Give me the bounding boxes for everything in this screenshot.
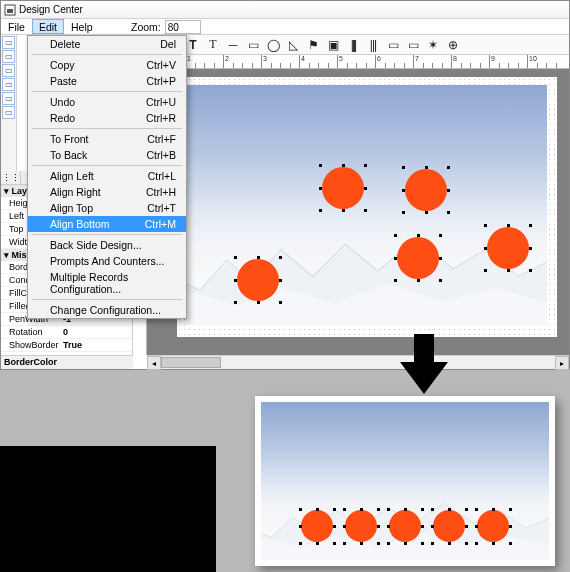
selection-handle[interactable] — [425, 211, 428, 214]
left-tool[interactable]: ▭ — [2, 50, 15, 63]
canvas-area[interactable] — [147, 69, 569, 355]
prop-row[interactable]: Rotation0 — [1, 326, 132, 339]
selection-handle[interactable] — [394, 234, 397, 237]
selection-handle — [465, 508, 468, 511]
selection-handle[interactable] — [507, 224, 510, 227]
shape-ellipse — [301, 510, 333, 542]
selection-handle[interactable] — [364, 209, 367, 212]
selection-handle[interactable] — [364, 187, 367, 190]
panel-icon[interactable]: ▭ — [406, 38, 420, 52]
image-icon[interactable]: ▣ — [326, 38, 340, 52]
barcode-icon[interactable]: |||| — [346, 38, 360, 52]
prop-tab[interactable]: ⋮⋮ — [1, 171, 21, 184]
selection-handle — [492, 542, 495, 545]
shape-ellipse[interactable] — [322, 167, 364, 209]
selection-handle[interactable] — [342, 164, 345, 167]
example-output — [0, 370, 570, 572]
menu-paste[interactable]: PasteCtrl+P — [28, 73, 186, 89]
shape-ellipse[interactable] — [405, 169, 447, 211]
shape-ellipse[interactable] — [237, 259, 279, 301]
menu-delete[interactable]: DeleteDel — [28, 36, 186, 52]
menu-backside[interactable]: Back Side Design... — [28, 237, 186, 253]
rect-icon[interactable]: ▭ — [246, 38, 260, 52]
selection-handle[interactable] — [234, 256, 237, 259]
selection-handle[interactable] — [417, 234, 420, 237]
left-tool[interactable]: ▭ — [2, 36, 15, 49]
selection-handle[interactable] — [279, 256, 282, 259]
selection-handle[interactable] — [439, 257, 442, 260]
selection-handle[interactable] — [394, 257, 397, 260]
scroll-right-icon[interactable]: ▸ — [555, 356, 569, 370]
left-tool[interactable]: ▭ — [2, 106, 15, 119]
arrow-down-icon — [396, 334, 452, 394]
selection-handle[interactable] — [234, 301, 237, 304]
selection-handle[interactable] — [402, 211, 405, 214]
text-icon[interactable]: T — [186, 38, 200, 52]
selection-handle[interactable] — [529, 247, 532, 250]
zoom-input[interactable] — [165, 20, 201, 34]
menu-align-left[interactable]: Align LeftCtrl+L — [28, 168, 186, 184]
selection-handle[interactable] — [484, 269, 487, 272]
menu-tofront[interactable]: To FrontCtrl+F — [28, 131, 186, 147]
triangle-icon[interactable]: ◺ — [286, 38, 300, 52]
selection-handle[interactable] — [447, 166, 450, 169]
flag-icon[interactable]: ⚑ — [306, 38, 320, 52]
menu-align-top[interactable]: Align TopCtrl+T — [28, 200, 186, 216]
menu-file[interactable]: File — [1, 19, 32, 34]
selection-handle[interactable] — [319, 187, 322, 190]
text-icon[interactable]: T — [206, 38, 220, 52]
line-icon[interactable]: ─ — [226, 38, 240, 52]
left-tool[interactable]: ▭ — [2, 92, 15, 105]
selection-handle[interactable] — [529, 224, 532, 227]
menu-help[interactable]: Help — [64, 19, 100, 34]
menu-edit[interactable]: Edit — [32, 19, 64, 34]
selection-handle — [475, 525, 478, 528]
left-tool[interactable]: ▭ — [2, 78, 15, 91]
selection-handle[interactable] — [279, 301, 282, 304]
selection-handle[interactable] — [257, 256, 260, 259]
selection-handle[interactable] — [529, 269, 532, 272]
menu-multirec[interactable]: Multiple Records Configuration... — [28, 269, 186, 297]
selection-handle[interactable] — [234, 279, 237, 282]
selection-handle[interactable] — [402, 166, 405, 169]
selection-handle[interactable] — [425, 166, 428, 169]
menu-changeconfig[interactable]: Change Configuration... — [28, 302, 186, 318]
selection-handle[interactable] — [447, 189, 450, 192]
prop-row[interactable]: ShowBorderTrue — [1, 339, 132, 352]
panel-icon[interactable]: ▭ — [386, 38, 400, 52]
selection-handle[interactable] — [507, 269, 510, 272]
menu-copy[interactable]: CopyCtrl+V — [28, 57, 186, 73]
target-icon[interactable]: ⊕ — [446, 38, 460, 52]
selection-handle[interactable] — [402, 189, 405, 192]
selection-handle[interactable] — [257, 301, 260, 304]
selection-handle[interactable] — [342, 209, 345, 212]
scroll-left-icon[interactable]: ◂ — [147, 356, 161, 370]
selection-handle — [299, 542, 302, 545]
ellipse-icon[interactable]: ◯ — [266, 38, 280, 52]
menu-undo[interactable]: UndoCtrl+U — [28, 94, 186, 110]
menu-align-bottom[interactable]: Align BottomCtrl+M — [28, 216, 186, 232]
selection-handle[interactable] — [484, 224, 487, 227]
selection-handle[interactable] — [319, 209, 322, 212]
selection-handle[interactable] — [279, 279, 282, 282]
horizontal-scrollbar[interactable]: ◂ ▸ — [147, 355, 569, 369]
menu-align-right[interactable]: Align RightCtrl+H — [28, 184, 186, 200]
selection-handle[interactable] — [484, 247, 487, 250]
selection-handle[interactable] — [447, 211, 450, 214]
barcode-icon[interactable]: ||| — [366, 38, 380, 52]
edit-menu-dropdown: DeleteDel CopyCtrl+V PasteCtrl+P UndoCtr… — [27, 35, 187, 319]
menu-prompts[interactable]: Prompts And Counters... — [28, 253, 186, 269]
sparkle-icon[interactable]: ✶ — [426, 38, 440, 52]
selection-handle[interactable] — [417, 279, 420, 282]
menu-toback[interactable]: To BackCtrl+B — [28, 147, 186, 163]
selection-handle[interactable] — [394, 279, 397, 282]
selection-handle[interactable] — [319, 164, 322, 167]
menu-redo[interactable]: RedoCtrl+R — [28, 110, 186, 126]
selection-handle[interactable] — [364, 164, 367, 167]
scrollbar-thumb[interactable] — [161, 357, 221, 368]
selection-handle[interactable] — [439, 234, 442, 237]
selection-handle[interactable] — [439, 279, 442, 282]
shape-ellipse[interactable] — [487, 227, 529, 269]
shape-ellipse[interactable] — [397, 237, 439, 279]
left-tool[interactable]: ▭ — [2, 64, 15, 77]
